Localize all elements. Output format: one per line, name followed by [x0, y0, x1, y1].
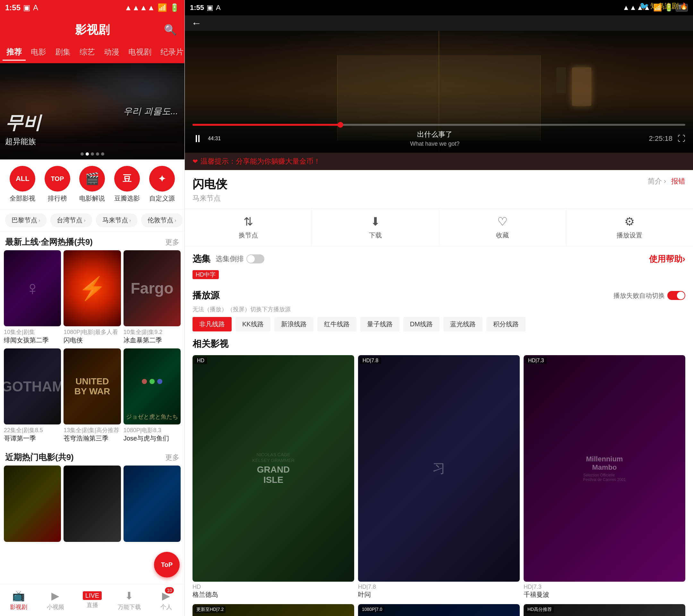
time-total: 2:25:18 — [649, 135, 672, 143]
auto-switch: 播放失败自动切换 — [613, 291, 685, 300]
quick-icon-douban-label: 豆瓣选影 — [114, 194, 140, 203]
list-item[interactable]: 习 HD|7.8 HD|7.8 叶问 — [358, 355, 520, 600]
toggle-label: 选集倒排 — [216, 254, 244, 264]
node-malaysia[interactable]: 马来节点› — [96, 213, 137, 227]
show-title-block: 闪电侠 马来节点 — [193, 176, 227, 203]
source-tag-quantum[interactable]: 量子线路 — [360, 317, 399, 332]
list-item[interactable]: NICOLAS CAGEKELSEY GRAMMER GRANDISLE HD … — [193, 355, 354, 600]
movie-sub-0: 10集全|剧集 — [4, 328, 61, 336]
share-tip: ❤ 温馨提示：分享能为你躺赚大量金币！ — [185, 153, 693, 170]
live-nav-icon: LIVE — [83, 591, 102, 600]
quick-icon-all[interactable]: ALL 全部影视 — [9, 166, 35, 203]
source-tag-blue[interactable]: 蓝光线路 — [443, 317, 482, 332]
report-link[interactable]: 报错 — [671, 176, 685, 186]
list-item[interactable]: ✦ Disney PIXAR 1080P|7.0 1080P|7.0 光年正传 — [358, 604, 520, 616]
tab-anime[interactable]: 动漫 — [100, 44, 123, 61]
signal-icon: 📶 — [158, 3, 167, 12]
movie-sub-5: 1080P|电影8.3 — [123, 426, 181, 434]
node-tags: 巴黎节点› 台湾节点› 马来节点› 伦敦节点› 大阪节点› 海外节› — [0, 210, 184, 231]
list-item[interactable]: GOTHAM 22集全|剧集8.5 哥谭第一季 — [4, 349, 61, 444]
node-taiwan[interactable]: 台湾节点› — [51, 213, 92, 227]
nav-item-live[interactable]: LIVE 直播 — [74, 584, 111, 616]
show-title: 闪电侠 — [193, 176, 227, 192]
related-badge-2: HD|7.3 — [523, 583, 685, 590]
intro-link[interactable]: 简介 › — [648, 176, 666, 186]
progress-thumb — [338, 122, 343, 128]
source-header: 播放源 播放失败自动切换 — [193, 290, 685, 302]
help-arrow-icon: › — [682, 254, 685, 264]
settings-button[interactable]: ⚙ 播放设置 — [566, 208, 693, 246]
episodes-toggle[interactable] — [246, 254, 264, 263]
hot-section-more[interactable]: 更多 — [165, 237, 179, 247]
fab-top-button[interactable]: ToP — [154, 552, 180, 577]
video-player[interactable]: ⏸ 44:31 出什么事了What have we got? 2:25:18 ⛶ — [185, 31, 693, 153]
content-area: 闪电侠 马来节点 简介 › 报错 ⇅ 换节点 ⬇ 下载 ♡ — [185, 170, 693, 616]
quick-icon-explain[interactable]: 🎬 电影解说 — [79, 166, 105, 203]
nav-item-download[interactable]: ⬇ 万能下载 — [111, 584, 147, 616]
tab-movie[interactable]: 电影 — [27, 44, 50, 61]
dot-3 — [91, 153, 94, 156]
quick-icon-custom[interactable]: ✦ 自定义源 — [149, 166, 175, 203]
source-tag-sina[interactable]: 新浪线路 — [274, 317, 314, 332]
movie-thumb-bg: GOTHAM — [4, 349, 61, 424]
list-item[interactable]: ジョゼと虎と魚たち 1080P|电影8.3 Jose与虎与鱼们 — [123, 349, 181, 444]
search-icon[interactable]: 🔍 — [164, 24, 177, 36]
source-tag-score[interactable]: 积分线路 — [487, 317, 526, 332]
tab-variety[interactable]: 综艺 — [76, 44, 99, 61]
auto-switch-text: 播放失败自动切换 — [613, 291, 665, 300]
tab-series[interactable]: 剧集 — [51, 44, 75, 61]
list-item[interactable]: ⚡ 1080P|电影|最多人看 闪电侠 — [63, 250, 121, 346]
source-tag-kk[interactable]: KK线路 — [236, 317, 271, 332]
help-link[interactable]: 使用帮助 › — [649, 254, 685, 265]
node-london[interactable]: 伦敦节点› — [141, 213, 182, 227]
switch-node-icon: ⇅ — [243, 215, 253, 228]
nav-item-video[interactable]: 📺 影视剧 — [0, 584, 37, 616]
list-item[interactable] — [4, 465, 61, 541]
intro-arrow: › — [664, 177, 666, 185]
tab-documentary[interactable]: 纪录片 — [157, 44, 184, 61]
source-tag-dm[interactable]: DM线路 — [403, 317, 439, 332]
source-tag-redbull[interactable]: 红牛线路 — [317, 317, 356, 332]
nav-label-profile: 个人 — [160, 603, 172, 611]
pause-button[interactable]: ⏸ — [193, 133, 203, 145]
film-icon-circle: 🎬 — [79, 166, 105, 192]
list-item[interactable]: ご野望激 更新至HD|7.2 更新至HD|7.2 关原之战 — [193, 604, 354, 616]
list-item[interactable]: ♀ 10集全|剧集 绯闻女孩第二季 — [4, 250, 61, 346]
list-item[interactable]: Fargo 10集全|剧集9.2 冰血暴第二季 — [123, 250, 181, 346]
list-item[interactable] — [63, 465, 121, 541]
quick-icon-douban[interactable]: 豆 豆瓣选影 — [114, 166, 140, 203]
movies-section-title: 近期热门电影(共9) — [5, 452, 74, 463]
tab-tv[interactable]: 电视剧 — [124, 44, 155, 61]
watermark: 🐦 知乌追剧 🔥 — [639, 1, 688, 11]
list-item[interactable]: UNITEDBY WAR 13集全|剧集|高分推荐 苍穹浩瀚第三季 — [63, 349, 121, 444]
progress-bar[interactable] — [193, 124, 685, 126]
download-button[interactable]: ⬇ 下载 — [312, 208, 439, 246]
hot-section-header: 最新上线·全网热播(共9) 更多 — [0, 231, 184, 250]
episode-toggle-area: 选集倒排 — [216, 254, 264, 264]
movies-grid — [0, 465, 184, 544]
list-item[interactable]: 寄生兽完結篇 HD高分推荐 HD高分推荐 寄生兽 完结篇 — [523, 604, 685, 616]
movie-sub-2: 10集全|剧集9.2 — [123, 328, 181, 336]
source-tag-feifan[interactable]: 非凡线路 — [193, 317, 232, 332]
movies-section-more[interactable]: 更多 — [165, 453, 179, 462]
nav-item-profile[interactable]: ▶ 10 个人 — [147, 584, 184, 616]
nav-item-short[interactable]: ▶ 小视频 — [37, 584, 74, 616]
movie-sub-3: 22集全|剧集8.5 — [4, 426, 61, 434]
node-beijing[interactable]: 巴黎节点› — [5, 213, 46, 227]
tab-recommend[interactable]: 推荐 — [3, 44, 26, 61]
auto-switch-toggle[interactable] — [667, 291, 685, 300]
right-status-icon2: A — [216, 3, 221, 12]
time-current: 44:31 — [208, 136, 221, 141]
fullscreen-button[interactable]: ⛶ — [678, 134, 685, 143]
banner[interactable]: 무비 超异能族 우리 괴물도... — [0, 63, 184, 159]
switch-node-button[interactable]: ⇅ 换节点 — [185, 208, 312, 246]
quick-icon-top[interactable]: TOP 排行榜 — [45, 166, 70, 203]
left-status-time: 1:55 — [5, 3, 21, 12]
list-item[interactable] — [123, 465, 181, 541]
favorite-button[interactable]: ♡ 收藏 — [439, 208, 566, 246]
hd-tag: HD中字 — [193, 270, 219, 279]
back-button[interactable]: ← — [191, 17, 201, 29]
list-item[interactable]: MillenniumMambo Sélection OfficielleFest… — [523, 355, 685, 600]
help-label: 使用帮助 — [649, 254, 682, 265]
source-label: 播放源 — [193, 290, 219, 302]
